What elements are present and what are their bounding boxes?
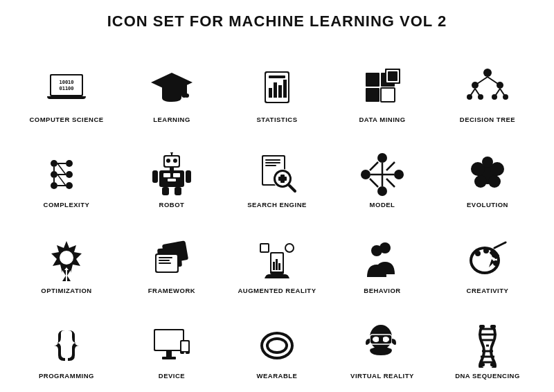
svg-point-87 [474, 175, 487, 188]
svg-point-14 [285, 73, 287, 75]
svg-line-118 [494, 242, 506, 248]
svg-rect-99 [159, 257, 172, 258]
icon-cell-search-engine: SEARCH ENGINE [224, 129, 330, 215]
svg-point-127 [184, 353, 186, 355]
evolution-label: EVOLUTION [467, 201, 508, 208]
computer-science-label: COMPUTER SCIENCE [29, 116, 103, 123]
programming-icon [44, 323, 89, 368]
svg-rect-56 [168, 179, 176, 181]
svg-point-76 [394, 170, 404, 179]
svg-point-89 [482, 157, 493, 168]
svg-rect-21 [388, 71, 397, 81]
icon-cell-behavior: BEHAVIOR [330, 214, 435, 300]
optimization-icon [44, 238, 89, 283]
svg-rect-147 [490, 363, 496, 366]
icon-cell-framework: FRAMEWORK [119, 214, 224, 300]
data-mining-label: DATA MINING [359, 116, 405, 123]
svg-rect-18 [381, 88, 395, 102]
svg-point-26 [497, 82, 503, 89]
search-engine-icon [255, 152, 299, 197]
svg-rect-58 [186, 170, 191, 183]
icon-cell-optimization: OPTIMIZATION [14, 214, 119, 300]
svg-rect-1 [51, 75, 82, 95]
svg-point-13 [283, 73, 285, 75]
learning-icon [150, 67, 194, 112]
framework-label: FRAMEWORK [148, 287, 195, 294]
svg-rect-145 [490, 325, 496, 328]
svg-rect-146 [479, 363, 485, 366]
virtual-reality-icon [360, 323, 404, 368]
svg-line-46 [57, 163, 66, 175]
svg-point-75 [361, 170, 370, 179]
icon-cell-learning: LEARNING [119, 43, 224, 129]
svg-point-113 [475, 251, 481, 256]
virtual-reality-label: VIRTUAL REALITY [350, 372, 414, 380]
svg-point-5 [185, 93, 189, 98]
svg-text:01100: 01100 [59, 86, 73, 91]
svg-line-47 [57, 175, 66, 186]
svg-rect-126 [181, 341, 188, 351]
icon-cell-robot: ROBOT [119, 129, 224, 215]
icon-cell-augmented-reality: AUGMENTED REALITY [224, 214, 330, 300]
svg-point-135 [382, 337, 389, 342]
augmented-reality-icon [255, 238, 299, 283]
svg-line-80 [370, 162, 378, 170]
svg-rect-124 [162, 357, 176, 359]
svg-point-110 [371, 245, 382, 256]
complexity-icon [44, 152, 89, 197]
svg-point-22 [483, 69, 492, 77]
complexity-label: COMPLEXITY [44, 201, 90, 208]
robot-icon [150, 152, 194, 197]
svg-rect-65 [265, 159, 280, 161]
wearable-icon [255, 323, 299, 368]
svg-rect-12 [269, 75, 285, 78]
svg-point-38 [66, 160, 73, 167]
svg-rect-10 [278, 85, 282, 98]
icon-cell-programming: PROGRAMMING [14, 300, 119, 386]
svg-point-36 [51, 171, 57, 178]
svg-rect-57 [152, 170, 158, 183]
optimization-label: OPTIMIZATION [41, 287, 91, 294]
svg-rect-101 [159, 262, 171, 264]
svg-point-34 [503, 94, 508, 100]
svg-rect-9 [274, 82, 277, 98]
svg-rect-11 [283, 80, 287, 98]
svg-point-88 [488, 175, 501, 188]
icon-cell-virtual-reality: VIRTUAL REALITY [330, 300, 435, 386]
svg-text:10010: 10010 [59, 80, 73, 85]
icon-cell-complexity: COMPLEXITY [14, 129, 119, 215]
svg-point-31 [467, 94, 472, 100]
svg-point-39 [66, 171, 73, 178]
augmented-reality-label: AUGMENTED REALITY [238, 287, 316, 294]
svg-rect-17 [366, 88, 379, 102]
svg-point-40 [66, 182, 73, 189]
icon-cell-model: MODEL [330, 129, 435, 215]
svg-rect-100 [159, 260, 170, 261]
svg-point-35 [51, 160, 57, 167]
model-label: MODEL [370, 201, 395, 208]
svg-point-32 [478, 94, 483, 100]
creativity-icon [465, 238, 510, 283]
statistics-icon [255, 67, 299, 112]
evolution-icon [465, 152, 510, 197]
icon-cell-decision-tree: DECISION TREE [435, 43, 540, 129]
svg-rect-105 [276, 259, 278, 270]
icon-cell-computer-science: 10010 01100 COMPUTER SCIENCE [14, 43, 119, 129]
svg-rect-107 [260, 244, 269, 252]
computer-science-icon: 10010 01100 [44, 67, 89, 112]
svg-rect-123 [166, 351, 172, 357]
svg-rect-59 [162, 187, 169, 195]
icon-cell-statistics: STATISTICS [224, 43, 330, 129]
wearable-label: WEARABLE [257, 372, 298, 380]
icon-cell-data-mining: DATA MINING [330, 43, 435, 129]
icon-cell-creativity: CREATIVITY [435, 214, 540, 300]
svg-point-108 [285, 244, 294, 252]
svg-point-33 [492, 94, 497, 100]
dna-sequencing-icon [465, 323, 510, 368]
svg-point-51 [173, 159, 177, 163]
svg-point-131 [269, 340, 285, 351]
svg-point-74 [377, 153, 387, 163]
behavior-icon [360, 238, 404, 283]
behavior-label: BEHAVIOR [364, 287, 400, 294]
svg-point-37 [51, 182, 57, 189]
